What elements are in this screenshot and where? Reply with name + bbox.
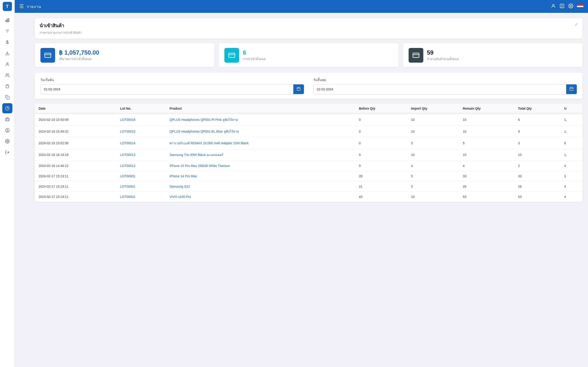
sidebar: T: [0, 0, 15, 367]
stat-icon-wallet-blue: [40, 48, 55, 63]
filter-icon[interactable]: [2, 26, 12, 36]
col-total-qty: Total Qty: [514, 103, 561, 114]
cell-lot[interactable]: LOT00013: [116, 149, 166, 161]
svg-rect-0: [6, 20, 6, 22]
import-table-container: Date Lot No. Product Before Qty Import Q…: [35, 103, 582, 202]
stat-icon-wallet-dark: [409, 48, 423, 63]
svg-rect-2: [8, 19, 9, 22]
start-date-calendar-button[interactable]: [293, 84, 304, 94]
cell-product[interactable]: QPLUS Headphones QP001-BL Blue หูฟังไร้ส…: [166, 126, 355, 137]
col-before-qty: Before Qty: [355, 103, 407, 114]
svg-point-11: [7, 141, 8, 142]
svg-rect-17: [229, 53, 235, 58]
cell-u: 4: [561, 192, 582, 202]
table-row: 2024-02-17 15:19:11 LOT00001 iPhone 14 P…: [35, 171, 582, 181]
users-icon[interactable]: [2, 70, 12, 80]
cell-import-qty: 5: [407, 171, 459, 181]
expand-icon[interactable]: ⤢: [574, 22, 578, 27]
dollar-icon[interactable]: [2, 37, 12, 47]
end-date-input[interactable]: [313, 85, 566, 93]
logout-icon[interactable]: [2, 147, 12, 157]
main-content: นำเข้าสินค้า ภาพรวมรายงานการนำเข้าสินค้า…: [29, 13, 588, 367]
cell-product[interactable]: พาวเวอร์แบงค์ REMAX 10,000 mAh Adapter 2…: [166, 137, 355, 149]
col-date: Date: [35, 103, 116, 114]
end-date-input-wrap: [313, 84, 577, 94]
cell-u: 4: [561, 161, 582, 171]
language-flag-icon[interactable]: [577, 4, 583, 9]
cell-u: 1,: [561, 149, 582, 161]
end-date-field: วันสิ้นสุด: [313, 77, 577, 94]
cell-product[interactable]: VIVO x100 Pro: [166, 192, 355, 202]
col-import-qty: Import Qty: [407, 103, 459, 114]
svg-rect-1: [7, 19, 8, 22]
cell-before-qty: 0: [355, 137, 407, 149]
stat-info-count: 6 การนำเข้าทั้งหมด: [243, 49, 266, 61]
cell-product[interactable]: iPhone 15 Pro Max 256GB White Titanium: [166, 161, 355, 171]
start-date-input-wrap: [40, 84, 304, 94]
cell-remain-qty: 10: [459, 149, 515, 161]
chart-bar-icon[interactable]: [2, 15, 12, 25]
import-icon[interactable]: [2, 48, 12, 58]
notifications-icon[interactable]: [560, 3, 565, 10]
stat-card-sold-count: 59 จำนวนสินค้าขายทั้งหมด: [403, 43, 582, 67]
office-icon[interactable]: [2, 114, 12, 124]
user-profile-icon[interactable]: [551, 3, 556, 10]
cell-product[interactable]: iPhone 14 Pro Max: [166, 171, 355, 181]
cell-date: 2024-02-17 15:19:11: [35, 192, 116, 202]
table-header-row: Date Lot No. Product Before Qty Import Q…: [35, 103, 582, 114]
cell-date: 2024-02-19 15:49:32: [35, 126, 116, 137]
cell-product[interactable]: Samsung S23: [166, 181, 355, 192]
start-date-input[interactable]: [41, 85, 293, 93]
cell-lot[interactable]: LOT00014: [116, 137, 166, 149]
page-subtitle: ภาพรวมรายงานการนำเข้าสินค้า: [40, 30, 82, 35]
cell-import-qty: 5: [407, 137, 459, 149]
menu-icon[interactable]: ☰: [19, 3, 24, 9]
cell-lot[interactable]: LOT00012: [116, 161, 166, 171]
account-circle-icon[interactable]: [2, 125, 12, 135]
analytics-icon[interactable]: [2, 103, 12, 113]
clipboard-icon[interactable]: [2, 81, 12, 91]
stat-label-import-count: การนำเข้าทั้งหมด: [243, 57, 266, 61]
cell-lot[interactable]: LOT00001: [116, 171, 166, 181]
copy-icon[interactable]: [2, 92, 12, 102]
cell-lot[interactable]: LOT00001: [116, 192, 166, 202]
cell-total-qty: 33: [514, 171, 561, 181]
cell-u: 1,: [561, 126, 582, 137]
cell-before-qty: 21: [355, 181, 407, 192]
svg-rect-18: [413, 53, 419, 58]
svg-point-5: [6, 63, 8, 64]
stat-value-import-count: 6: [243, 49, 266, 56]
cell-product[interactable]: Samsung Trio 65W Black อะแดปเตอร์: [166, 149, 355, 161]
cell-total-qty: 6: [514, 114, 561, 126]
page-title: นำเข้าสินค้า: [40, 22, 82, 29]
svg-rect-19: [297, 87, 300, 91]
cell-remain-qty: 26: [459, 181, 515, 192]
end-date-calendar-button[interactable]: [566, 84, 577, 94]
cell-date: 2024-02-18 14:46:12: [35, 161, 116, 171]
user-icon[interactable]: [2, 59, 12, 69]
cell-lot[interactable]: LOT00016: [116, 114, 166, 126]
import-table: Date Lot No. Product Before Qty Import Q…: [35, 103, 582, 202]
cell-u: 4: [561, 181, 582, 192]
svg-point-6: [6, 74, 8, 75]
stat-label-sold-count: จำนวนสินค้าขายทั้งหมด: [427, 57, 459, 61]
stat-info: ฿ 1,057,750.00 ปริมาณการนำเข้าทั้งหมด: [59, 49, 99, 61]
col-product: Product: [166, 103, 355, 114]
table-row: 2024-02-19 15:50:09 LOT00016 QPLUS Headp…: [35, 114, 582, 126]
table-row: 2024-02-17 15:19:11 LOT00001 Samsung S23…: [35, 181, 582, 192]
cell-import-qty: 10: [407, 192, 459, 202]
cell-lot[interactable]: LOT00015: [116, 126, 166, 137]
cell-product[interactable]: QPLUS Headphones QP001-Pl Pink หูฟังไร้ส…: [166, 114, 355, 126]
app-logo: T: [3, 2, 12, 11]
cell-date: 2024-02-17 15:19:11: [35, 181, 116, 192]
settings-icon[interactable]: [2, 136, 12, 146]
cell-import-qty: 10: [407, 126, 459, 137]
date-filters: วันเริ่มต้น วันสิ้นสุด: [35, 73, 582, 99]
cell-remain-qty: 10: [459, 114, 515, 126]
end-date-label: วันสิ้นสุด: [313, 77, 577, 82]
topbar: ☰ รายงาน: [15, 0, 588, 13]
cell-lot[interactable]: LOT00001: [116, 181, 166, 192]
gear-icon[interactable]: [568, 3, 573, 10]
table-row: 2024-02-18 14:46:12 LOT00012 iPhone 15 P…: [35, 161, 582, 171]
cell-before-qty: 0: [355, 114, 407, 126]
